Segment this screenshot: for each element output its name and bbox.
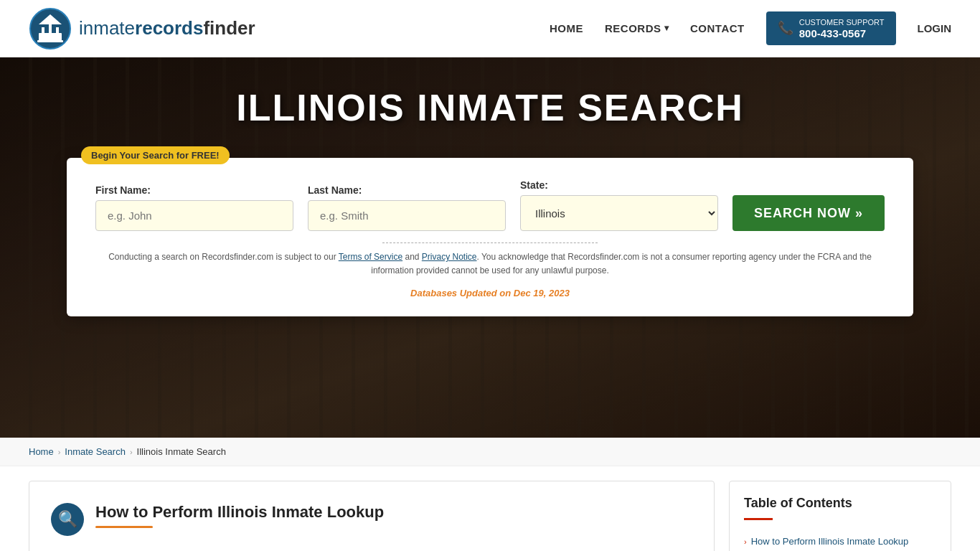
breadcrumb-sep-2: ›	[130, 448, 133, 456]
chevron-down-icon: ▾	[664, 23, 669, 33]
toc-chevron-icon: ›	[744, 537, 747, 547]
article-icon-circle: 🔍	[51, 503, 84, 536]
tos-link[interactable]: Terms of Service	[339, 252, 402, 262]
first-name-group: First Name:	[95, 184, 293, 231]
dashed-divider	[382, 242, 598, 243]
nav-home[interactable]: HOME	[550, 22, 583, 34]
disclaimer-text: Conducting a search on Recordsfinder.com…	[95, 250, 885, 278]
database-updated: Databases Updated on Dec 19, 2023	[95, 288, 885, 298]
privacy-link[interactable]: Privacy Notice	[422, 252, 477, 262]
last-name-label: Last Name:	[308, 184, 506, 196]
search-box: Begin Your Search for FREE! First Name: …	[67, 158, 913, 316]
support-info: CUSTOMER SUPPORT 800-433-0567	[799, 17, 885, 39]
article-section: 🔍 How to Perform Illinois Inmate Lookup …	[29, 481, 715, 551]
header: inmaterecordsfinder HOME RECORDS ▾ CONTA…	[0, 0, 980, 57]
begin-badge: Begin Your Search for FREE!	[81, 146, 230, 164]
toc-list: ›How to Perform Illinois Inmate Lookup›C…	[744, 532, 936, 551]
logo-icon	[29, 7, 72, 50]
last-name-group: Last Name:	[308, 184, 506, 231]
breadcrumb-current: Illinois Inmate Search	[137, 446, 226, 457]
article-title: How to Perform Illinois Inmate Lookup	[95, 503, 384, 522]
toc-section: Table of Contents ›How to Perform Illino…	[729, 481, 951, 551]
state-label: State:	[520, 179, 718, 191]
search-button[interactable]: SEARCH NOW »	[732, 195, 885, 231]
customer-support[interactable]: 📞 CUSTOMER SUPPORT 800-433-0567	[766, 11, 896, 45]
first-name-label: First Name:	[95, 184, 293, 196]
breadcrumb-inmate-search[interactable]: Inmate Search	[65, 446, 126, 457]
last-name-input[interactable]	[308, 200, 506, 231]
breadcrumb-home[interactable]: Home	[29, 446, 54, 457]
toc-item[interactable]: ›How to Perform Illinois Inmate Lookup	[744, 532, 936, 551]
breadcrumb: Home › Inmate Search › Illinois Inmate S…	[0, 438, 980, 466]
svg-rect-6	[37, 40, 63, 42]
hero-title: ILLINOIS INMATE SEARCH	[236, 86, 743, 129]
phone-icon: 📞	[778, 20, 793, 36]
svg-rect-2	[42, 27, 44, 33]
toc-title: Table of Contents	[744, 496, 936, 511]
first-name-input[interactable]	[95, 200, 293, 231]
state-group: State: AlabamaAlaskaArizonaArkansasCalif…	[520, 179, 718, 231]
main-content: 🔍 How to Perform Illinois Inmate Lookup …	[0, 481, 980, 551]
title-underline	[95, 526, 153, 528]
hero-section: ILLINOIS INMATE SEARCH Begin Your Search…	[0, 57, 980, 438]
breadcrumb-sep-1: ›	[58, 448, 61, 456]
toc-divider	[744, 518, 773, 520]
search-fields: First Name: Last Name: State: AlabamaAla…	[95, 179, 885, 231]
nav: HOME RECORDS ▾ CONTACT 📞 CUSTOMER SUPPOR…	[550, 11, 951, 45]
article-header: 🔍 How to Perform Illinois Inmate Lookup	[51, 503, 692, 536]
nav-contact[interactable]: CONTACT	[690, 22, 745, 34]
state-select[interactable]: AlabamaAlaskaArizonaArkansasCaliforniaCo…	[520, 195, 718, 231]
svg-rect-3	[49, 23, 52, 33]
magnifier-icon: 🔍	[58, 510, 77, 529]
login-button[interactable]: LOGIN	[918, 22, 952, 34]
article-title-area: How to Perform Illinois Inmate Lookup	[95, 503, 384, 528]
logo-text: inmaterecordsfinder	[79, 17, 255, 39]
logo[interactable]: inmaterecordsfinder	[29, 7, 255, 50]
nav-records[interactable]: RECORDS ▾	[605, 22, 669, 34]
svg-rect-4	[56, 27, 59, 33]
